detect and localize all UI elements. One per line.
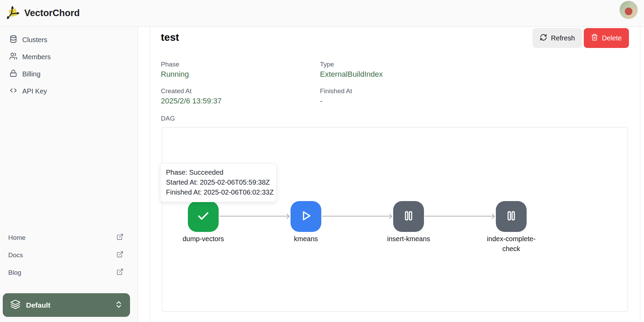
database-icon: [9, 35, 17, 45]
delete-button[interactable]: Delete: [584, 28, 629, 48]
sidebar-link-label: Blog: [8, 269, 21, 276]
refresh-button[interactable]: Refresh: [532, 28, 582, 48]
dag-node-label: kmeans: [275, 234, 337, 244]
vectorchord-logo-icon: [5, 4, 21, 22]
trash-icon: [591, 34, 598, 42]
sidebar-item-billing[interactable]: Billing: [0, 65, 138, 83]
refresh-button-label: Refresh: [551, 34, 575, 42]
user-avatar[interactable]: [619, 1, 638, 19]
field-label-finished-at: Finished At: [320, 87, 352, 95]
dag-node-dump-vectors[interactable]: [188, 201, 219, 232]
layers-icon: [10, 299, 21, 311]
sidebar-item-label: Clusters: [22, 36, 47, 44]
sidebar-link-label: Docs: [8, 251, 23, 259]
sidebar-item-clusters[interactable]: Clusters: [0, 31, 138, 48]
field-value-finished-at: -: [320, 97, 322, 106]
dag-section-label: DAG: [161, 115, 175, 122]
brand-name: VectorChord: [24, 8, 80, 18]
field-value-created-at: 2025/2/6 13:59:37: [161, 97, 221, 106]
refresh-icon: [540, 34, 547, 43]
sidebar-item-label: API Key: [22, 87, 47, 95]
sidebar-item-label: Members: [22, 53, 51, 61]
sidebar-item-members[interactable]: Members: [0, 48, 138, 65]
workspace-selector[interactable]: Default: [3, 293, 130, 317]
sidebar-link-home[interactable]: Home: [0, 229, 138, 246]
lock-icon: [9, 69, 17, 79]
workspace-name: Default: [26, 301, 50, 309]
dag-node-label: dump-vectors: [172, 234, 234, 244]
tooltip-started-line: Started At: 2025-02-06T05:59:38Z: [166, 177, 271, 187]
dag-canvas[interactable]: dump-vectors kmeans insert-kmeans index-…: [162, 127, 628, 312]
pause-icon: [505, 209, 518, 224]
node-tooltip: Phase: Succeeded Started At: 2025-02-06T…: [160, 163, 276, 202]
app-screen: VectorChord Clusters: [0, 0, 644, 322]
tooltip-phase-line: Phase: Succeeded: [166, 168, 271, 177]
play-icon: [299, 209, 313, 224]
tooltip-finished-line: Finished At: 2025-02-06T06:02:33Z: [166, 187, 271, 197]
sidebar-link-blog[interactable]: Blog: [0, 264, 138, 281]
users-icon: [9, 52, 17, 62]
dag-edge: [425, 216, 494, 216]
dag-edge: [219, 216, 289, 216]
check-icon: [196, 208, 211, 225]
dag-node-kmeans[interactable]: [291, 201, 321, 232]
sidebar-nav: Clusters Members: [0, 27, 138, 100]
code-icon: [9, 86, 17, 96]
external-link-icon: [116, 251, 124, 260]
dag-node-label: index-complete-check: [480, 234, 542, 254]
field-label-type: Type: [320, 61, 334, 68]
field-label-phase: Phase: [161, 61, 179, 68]
dag-node-label: insert-kmeans: [378, 234, 439, 244]
pause-icon: [402, 209, 415, 224]
sidebar-item-api-key[interactable]: API Key: [0, 83, 138, 100]
external-link-icon: [116, 233, 124, 242]
delete-button-label: Delete: [602, 34, 622, 42]
main-content: test Refresh: [138, 27, 644, 322]
dag-edge: [322, 216, 391, 216]
field-label-created-at: Created At: [161, 87, 192, 95]
top-header: VectorChord: [0, 0, 644, 27]
brand-logo[interactable]: VectorChord: [5, 4, 80, 22]
sidebar-link-label: Home: [8, 234, 26, 242]
field-value-phase: Running: [161, 70, 189, 79]
page-title: test: [161, 32, 179, 43]
sidebar: Clusters Members: [0, 27, 138, 322]
chevrons-up-down-icon: [114, 300, 123, 310]
sidebar-external-links: Home Docs Blog: [0, 229, 138, 281]
field-value-type: ExternalBuildIndex: [320, 70, 383, 79]
dag-node-index-complete-check[interactable]: [496, 201, 527, 232]
dag-node-insert-kmeans[interactable]: [393, 201, 424, 232]
sidebar-item-label: Billing: [22, 70, 40, 78]
sidebar-link-docs[interactable]: Docs: [0, 246, 138, 264]
external-link-icon: [116, 268, 124, 277]
